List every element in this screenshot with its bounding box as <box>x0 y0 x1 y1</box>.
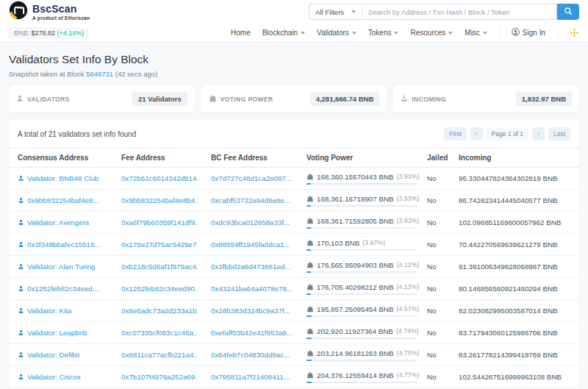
user-icon <box>18 307 24 314</box>
consensus-address-link[interactable]: 0x3f349bbafec15518... <box>18 240 101 249</box>
divider <box>557 29 558 38</box>
validators-table-card: A total of 21 validators set info found … <box>9 120 579 389</box>
consensus-address-link[interactable]: Validator: Leapbnb <box>18 329 87 337</box>
fee-address-link[interactable]: 0x178e27d75ac5429e7... <box>121 240 198 249</box>
consensus-address-link[interactable]: 0x9bb832254baf4e8... <box>18 196 99 204</box>
jailed-value: No <box>421 256 453 278</box>
pagination-next-button[interactable]: › <box>532 127 545 140</box>
search-button[interactable] <box>557 4 579 20</box>
fee-address-link[interactable]: 0xb218c5d6af1f979ac4... <box>121 263 198 271</box>
consensus-address-link[interactable]: Validator: Defibit <box>18 351 79 359</box>
weight-scale-icon <box>306 240 314 246</box>
bc-fee-address-link[interactable]: 0x28b383d324bc9a37f... <box>211 307 290 315</box>
fee-address-link[interactable]: 0xa6f79b60359f141df9... <box>121 218 198 226</box>
consensus-address-link[interactable]: Validator: Alan Turing <box>18 263 95 271</box>
consensus-address-link[interactable]: 0x1252feb82c34eed... <box>18 285 98 293</box>
validators-card: VALIDATORS 21 Validators <box>9 85 195 113</box>
voting-power-bar <box>306 293 417 295</box>
voting-power-value: 176,565.95094903 BNB <box>317 261 394 269</box>
bc-fee-address-link[interactable]: 0x88559ff1945fa0dca1... <box>211 240 290 249</box>
fee-address-link[interactable]: 0x9bb832254baf4e8b4... <box>121 196 198 204</box>
voting-power-bar <box>306 360 417 361</box>
consensus-address-link[interactable]: Validator: BNB48 Club <box>18 174 98 182</box>
consensus-address-link[interactable]: Validator: Kita <box>18 307 71 315</box>
incoming-download-icon <box>401 95 408 104</box>
nav-validators-label: Validators <box>317 29 349 37</box>
incoming-value: 102.096851169600057962 BNB <box>453 212 579 234</box>
divider <box>499 29 500 38</box>
fee-address-link[interactable]: 0x6811ca77acfb221a4... <box>121 351 198 359</box>
voting-power-percent: (4.75%) <box>397 349 420 357</box>
snapshot-block-link[interactable]: 5646731 <box>86 70 113 78</box>
voting-power-card: VOTING POWER 4,281,666.74 BNB <box>201 85 387 113</box>
voting-power-percent: (3.93%) <box>397 173 420 180</box>
search-icon <box>564 7 573 18</box>
pagination-first-button[interactable]: First <box>444 127 467 140</box>
consensus-address-label: Validator: BNB48 Club <box>27 174 98 182</box>
jailed-value: No <box>421 234 453 256</box>
pagination-prev-button[interactable]: ‹ <box>470 127 483 140</box>
bc-fee-address-link[interactable]: 0x795811a7f21408411... <box>211 373 290 381</box>
voting-power-value: 195,857.25095454 BNB <box>317 305 394 313</box>
nav-misc[interactable]: Misc <box>465 29 487 37</box>
chevron-down-icon <box>448 32 453 35</box>
nav-resources[interactable]: Resources <box>410 29 453 37</box>
nav-blockchain[interactable]: Blockchain <box>262 29 305 37</box>
voting-power-card-label: VOTING POWER <box>220 96 273 103</box>
nav-validators[interactable]: Validators <box>317 29 356 37</box>
fee-address-link[interactable]: 0x1252feb82c34eed90... <box>121 285 198 293</box>
column-header-bc-fee-address: BC Fee Address <box>202 149 298 168</box>
bc-fee-address-link[interactable]: 0xdc93bca012658a33f... <box>211 218 290 226</box>
incoming-value: 80.146856560921460294 BNB <box>453 278 579 300</box>
chevron-down-icon <box>352 32 356 35</box>
search-input[interactable] <box>362 4 557 20</box>
voting-power-bar <box>306 382 417 383</box>
voting-power-bar <box>306 183 417 185</box>
weight-scale-icon <box>306 196 314 202</box>
column-header-consensus-address: Consensus Address <box>9 149 112 168</box>
sign-in-label: Sign In <box>523 29 545 37</box>
column-header-jailed: Jailed <box>421 149 453 168</box>
all-filters-dropdown[interactable]: All Filters <box>309 4 362 20</box>
consensus-address-label: Validator: Kita <box>27 307 71 315</box>
bc-fee-address-link[interactable]: 0xcabf53732a94d9a8e... <box>211 196 290 204</box>
voting-power-bar <box>306 249 417 251</box>
bc-fee-address-link[interactable]: 0x43241ba64a4078e78... <box>211 285 293 293</box>
brand-tagline: A product of Etherscan <box>32 15 90 21</box>
bc-fee-address-link[interactable]: 0x3fbbd2a6d473681ed... <box>211 263 290 271</box>
fee-address-link[interactable]: 0x7b107f4976a252a69... <box>121 373 198 381</box>
nav-tokens[interactable]: Tokens <box>368 29 399 37</box>
user-icon <box>18 263 24 270</box>
bc-fee-address-link[interactable]: 0x7d727c48d1ca2e097... <box>211 174 292 182</box>
binance-chain-icon[interactable] <box>570 28 579 38</box>
table-row: Validator: Ciscox 0x7b107f4976a252a69...… <box>9 366 579 388</box>
weight-scale-icon <box>306 306 314 313</box>
consensus-address-label: 0x3f349bbafec15518... <box>27 240 101 249</box>
consensus-address-label: 0x9bb832254baf4e8... <box>27 196 99 204</box>
voting-power-value: 168,361.16718907 BNB <box>317 195 394 203</box>
fee-address-link[interactable]: 0x8e5adc73a2d233a1b... <box>121 307 198 315</box>
voting-power-value: 176,705.40298212 BNB <box>317 283 394 291</box>
column-header-fee-address: Fee Address <box>112 149 202 168</box>
chevron-down-icon <box>301 32 305 35</box>
fee-address-link[interactable]: 0xc07335cf083c1c46a... <box>121 329 198 337</box>
user-icon <box>16 95 24 104</box>
pagination-last-button[interactable]: Last <box>548 127 570 140</box>
consensus-address-link[interactable]: Validator: Ciscox <box>18 373 81 381</box>
voting-power-percent: (3.97%) <box>362 239 385 246</box>
sign-in-button[interactable]: Sign In <box>512 28 545 38</box>
nav-home[interactable]: Home <box>231 29 251 37</box>
table-row: Validator: Avengers 0xa6f79b60359f141df9… <box>9 212 579 234</box>
incoming-badge: 1,832.97 BNB <box>516 92 572 106</box>
voting-power-percent: (3.93%) <box>397 195 420 202</box>
fee-address-link[interactable]: 0x72b61c6014342d914... <box>121 174 198 182</box>
bc-fee-address-link[interactable]: 0xefaff03b42e41f953a9... <box>211 329 293 337</box>
consensus-address-link[interactable]: Validator: Avengers <box>18 218 89 226</box>
bnb-price-change: (+4.14%) <box>57 29 85 37</box>
validators-table: Consensus Address Fee Address BC Fee Add… <box>9 148 579 389</box>
incoming-value: 91.391006349628068987 BNB <box>453 256 579 278</box>
incoming-card-label: INCOMING <box>412 96 446 103</box>
table-row: Validator: Defibit 0x6811ca77acfb221a4..… <box>9 344 579 366</box>
bscscan-logo[interactable]: BscScan A product of Etherscan <box>9 1 90 23</box>
bc-fee-address-link[interactable]: 0x64feb7c04830dd9ac... <box>211 351 290 359</box>
